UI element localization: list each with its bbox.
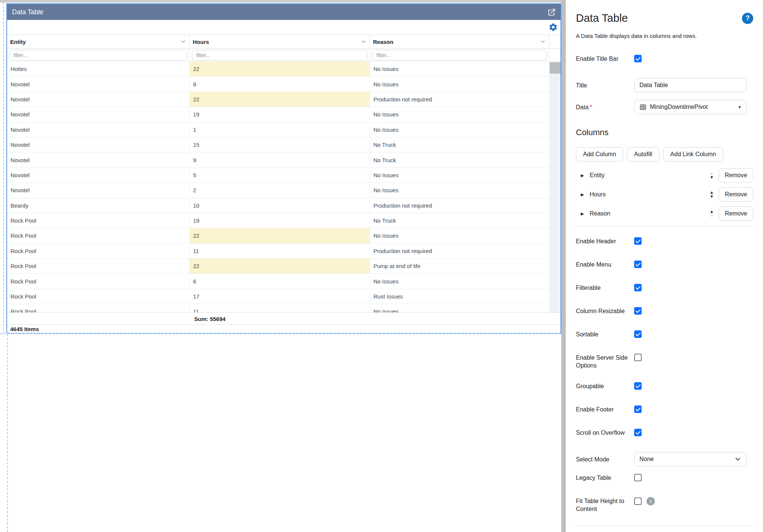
checkbox-enable-menu[interactable] xyxy=(634,261,642,268)
cell-reason: No Issues xyxy=(370,107,549,122)
column-item-label: Reason xyxy=(589,210,610,217)
field-label: Enable Title Bar xyxy=(576,55,634,63)
add-column-button[interactable]: Add Column xyxy=(576,147,623,161)
info-icon[interactable]: i xyxy=(647,497,655,505)
cell-reason: No Truck xyxy=(370,152,549,167)
selection-guide-horizontal xyxy=(0,333,561,334)
chevron-down-icon[interactable] xyxy=(540,39,546,45)
checkbox-groupable[interactable] xyxy=(634,382,642,390)
checkbox-legacy-table[interactable] xyxy=(634,474,642,481)
field-control xyxy=(634,405,642,413)
cell-hours: 11 xyxy=(190,304,370,312)
cell-entity: Novotel xyxy=(7,77,190,91)
filter-input-reason[interactable] xyxy=(372,50,547,60)
column-header-hours[interactable]: Hours xyxy=(190,35,370,48)
column-item-entity: ▶Entity▲▼Remove xyxy=(576,168,753,182)
panel-title: Data Table xyxy=(576,12,628,24)
add-link-column-button[interactable]: Add Link Column xyxy=(663,147,723,161)
cell-hours: 5 xyxy=(190,168,370,182)
filter-input-entity[interactable] xyxy=(9,50,187,60)
column-item-reason: ▶Reason▲▼Remove xyxy=(576,206,753,221)
field-label: Title xyxy=(576,78,634,89)
column-header-reason[interactable]: Reason xyxy=(370,35,549,48)
canvas-top-edge xyxy=(0,0,561,3)
field-control: None xyxy=(634,452,747,466)
remove-column-button[interactable]: Remove xyxy=(719,168,753,182)
expand-column-icon[interactable]: ▶ xyxy=(581,192,584,197)
scrollbar-thumb[interactable] xyxy=(550,62,561,74)
help-icon[interactable]: ? xyxy=(742,13,753,24)
text-input-title[interactable]: Data Table xyxy=(634,78,747,92)
field-filterable: Filterable xyxy=(576,284,753,294)
select-select-mode[interactable]: None xyxy=(634,452,747,466)
checkbox-fit-table-height-to-content[interactable] xyxy=(634,497,642,505)
field-enable-server-side-options: Enable Server Side Options xyxy=(576,354,753,369)
settings-gear-icon[interactable] xyxy=(548,23,558,32)
cell-reason: No Issues xyxy=(370,183,549,197)
field-label-text: Fit Table Height to Content xyxy=(576,498,624,512)
chevron-down-icon[interactable] xyxy=(180,39,186,45)
checkbox-scroll-on-overflow[interactable] xyxy=(634,429,642,436)
chevron-down-icon[interactable] xyxy=(361,39,367,45)
cell-reason: No Issues xyxy=(370,168,549,182)
field-select-mode: Select ModeNone xyxy=(576,452,753,466)
checkbox-enable-footer[interactable] xyxy=(634,405,642,413)
cell-reason: No Issues xyxy=(370,274,549,288)
column-item-hours: ▶Hours▲▼Remove xyxy=(576,187,753,202)
select-value: None xyxy=(639,456,734,463)
cell-hours: 19 xyxy=(190,213,370,228)
field-label: Column Resizable xyxy=(576,307,634,315)
column-item-label: Entity xyxy=(589,172,604,179)
cell-reason: Production not required xyxy=(370,92,549,107)
table-row: Novotel8No Issues xyxy=(7,77,561,92)
column-item-label: Hours xyxy=(589,191,606,198)
table-scrollbar[interactable] xyxy=(550,62,561,312)
autofill-button[interactable]: Autofill xyxy=(627,147,659,161)
expand-column-icon[interactable]: ▶ xyxy=(581,211,584,216)
table-row: Rock Pool11Production not required xyxy=(7,244,561,259)
cell-hours: 22 xyxy=(190,228,370,243)
table-body: Hottes22No IssuesNovotel8No IssuesNovote… xyxy=(7,62,561,312)
checkbox-sortable[interactable] xyxy=(634,330,642,338)
field-scroll-on-overflow: Scroll on Overflow xyxy=(576,429,753,439)
cell-reason: No Issues xyxy=(370,304,549,312)
table-row: Rock Pool22No Issues xyxy=(7,228,561,243)
section-divider xyxy=(576,226,753,226)
cell-hours: 22 xyxy=(190,92,370,107)
cell-entity: Novotel xyxy=(7,92,190,107)
field-label: Enable Menu xyxy=(576,261,634,268)
field-control xyxy=(634,429,642,436)
expand-column-icon[interactable]: ▶ xyxy=(581,173,584,178)
cell-entity: Novotel xyxy=(7,137,190,152)
remove-column-button[interactable]: Remove xyxy=(719,206,753,221)
cell-hours: 9 xyxy=(190,152,370,167)
checkbox-enable-title-bar[interactable] xyxy=(634,55,642,62)
field-control: MiningDowntimePivot▼ xyxy=(634,100,747,114)
remove-column-button[interactable]: Remove xyxy=(719,187,753,202)
field-title: TitleData Table xyxy=(576,78,753,92)
field-label-text: Data xyxy=(576,104,589,110)
data-table-widget[interactable]: Data Table EntityHoursReason xyxy=(6,3,561,333)
table-row: Rock Pool19No Truck xyxy=(7,213,561,228)
selection-guide-vertical-bottom xyxy=(7,334,8,532)
field-label-text: Enable Footer xyxy=(576,406,614,413)
cell-entity: Rock Pool xyxy=(7,213,190,228)
external-link-icon[interactable] xyxy=(548,8,556,16)
field-control: i xyxy=(634,497,655,505)
checkbox-enable-server-side-options[interactable] xyxy=(634,354,642,361)
move-down-icon[interactable]: ▼ xyxy=(710,175,714,179)
select-data[interactable]: MiningDowntimePivot▼ xyxy=(634,100,747,114)
cell-hours: 1 xyxy=(190,122,370,137)
filter-input-hours[interactable] xyxy=(192,50,367,60)
field-control xyxy=(634,474,642,481)
checkbox-enable-header[interactable] xyxy=(634,237,642,245)
field-enable-footer: Enable Footer xyxy=(576,405,753,416)
column-header-entity[interactable]: Entity xyxy=(7,35,190,48)
move-down-icon[interactable]: ▼ xyxy=(710,194,714,199)
checkbox-column-resizable[interactable] xyxy=(634,307,642,315)
field-control xyxy=(634,237,642,245)
column-header-label: Entity xyxy=(10,39,26,45)
checkbox-filterable[interactable] xyxy=(634,284,642,291)
field-label-text: Enable Server Side Options xyxy=(576,354,628,369)
cell-reason: Pump at end of life xyxy=(370,259,549,273)
